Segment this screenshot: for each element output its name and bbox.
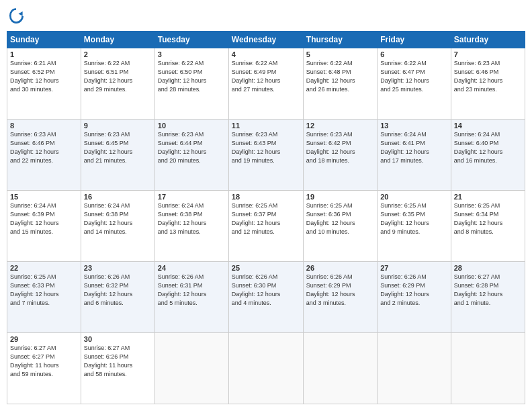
calendar-day-12: 12Sunrise: 6:23 AM Sunset: 6:42 PM Dayli… (303, 120, 377, 191)
day-number: 16 (84, 193, 152, 201)
day-number: 10 (158, 122, 226, 130)
day-info: Sunrise: 6:22 AM Sunset: 6:49 PM Dayligh… (232, 59, 300, 94)
day-info: Sunrise: 6:27 AM Sunset: 6:26 PM Dayligh… (84, 344, 152, 379)
calendar-week-4: 22Sunrise: 6:25 AM Sunset: 6:33 PM Dayli… (7, 262, 525, 333)
day-number: 24 (158, 264, 226, 272)
logo (7, 7, 28, 26)
day-number: 23 (84, 264, 152, 272)
day-number: 5 (306, 50, 374, 58)
day-info: Sunrise: 6:24 AM Sunset: 6:39 PM Dayligh… (10, 201, 78, 236)
calendar-day-23: 23Sunrise: 6:26 AM Sunset: 6:32 PM Dayli… (81, 262, 154, 333)
day-info: Sunrise: 6:25 AM Sunset: 6:33 PM Dayligh… (10, 273, 78, 308)
day-number: 20 (380, 193, 447, 201)
calendar-day-26: 26Sunrise: 6:26 AM Sunset: 6:29 PM Dayli… (303, 262, 377, 333)
calendar-day-2: 2Sunrise: 6:22 AM Sunset: 6:51 PM Daylig… (81, 48, 154, 120)
calendar-body: 1Sunrise: 6:21 AM Sunset: 6:52 PM Daylig… (7, 48, 525, 404)
day-info: Sunrise: 6:26 AM Sunset: 6:29 PM Dayligh… (380, 273, 447, 308)
svg-marker-0 (19, 11, 23, 16)
calendar-day-20: 20Sunrise: 6:25 AM Sunset: 6:35 PM Dayli… (378, 191, 451, 262)
calendar-week-3: 15Sunrise: 6:24 AM Sunset: 6:39 PM Dayli… (7, 191, 525, 262)
page: SundayMondayTuesdayWednesdayThursdayFrid… (0, 0, 532, 411)
col-header-wednesday: Wednesday (228, 32, 303, 48)
calendar-header-row: SundayMondayTuesdayWednesdayThursdayFrid… (7, 32, 525, 48)
day-number: 17 (158, 193, 226, 201)
empty-cell (303, 333, 377, 404)
day-info: Sunrise: 6:25 AM Sunset: 6:36 PM Dayligh… (306, 201, 374, 236)
empty-cell (228, 333, 303, 404)
day-info: Sunrise: 6:23 AM Sunset: 6:42 PM Dayligh… (306, 130, 374, 165)
calendar-week-5: 29Sunrise: 6:27 AM Sunset: 6:27 PM Dayli… (7, 333, 525, 404)
day-info: Sunrise: 6:26 AM Sunset: 6:30 PM Dayligh… (232, 273, 300, 308)
day-info: Sunrise: 6:22 AM Sunset: 6:51 PM Dayligh… (84, 59, 152, 94)
day-info: Sunrise: 6:23 AM Sunset: 6:46 PM Dayligh… (10, 130, 78, 165)
day-info: Sunrise: 6:24 AM Sunset: 6:38 PM Dayligh… (84, 201, 152, 236)
calendar-day-28: 28Sunrise: 6:27 AM Sunset: 6:28 PM Dayli… (451, 262, 525, 333)
day-number: 6 (380, 50, 447, 58)
calendar-day-27: 27Sunrise: 6:26 AM Sunset: 6:29 PM Dayli… (378, 262, 451, 333)
day-info: Sunrise: 6:23 AM Sunset: 6:43 PM Dayligh… (232, 130, 300, 165)
calendar-day-3: 3Sunrise: 6:22 AM Sunset: 6:50 PM Daylig… (154, 48, 228, 120)
calendar-day-17: 17Sunrise: 6:24 AM Sunset: 6:38 PM Dayli… (154, 191, 228, 262)
calendar-day-14: 14Sunrise: 6:24 AM Sunset: 6:40 PM Dayli… (451, 120, 525, 191)
day-info: Sunrise: 6:24 AM Sunset: 6:41 PM Dayligh… (380, 130, 447, 165)
col-header-sunday: Sunday (7, 32, 81, 48)
calendar-day-8: 8Sunrise: 6:23 AM Sunset: 6:46 PM Daylig… (7, 120, 81, 191)
day-number: 30 (84, 335, 152, 343)
calendar-day-1: 1Sunrise: 6:21 AM Sunset: 6:52 PM Daylig… (7, 48, 81, 120)
col-header-friday: Friday (378, 32, 451, 48)
day-info: Sunrise: 6:22 AM Sunset: 6:47 PM Dayligh… (380, 59, 447, 94)
calendar-day-25: 25Sunrise: 6:26 AM Sunset: 6:30 PM Dayli… (228, 262, 303, 333)
calendar-day-5: 5Sunrise: 6:22 AM Sunset: 6:48 PM Daylig… (303, 48, 377, 120)
empty-cell (378, 333, 451, 404)
col-header-thursday: Thursday (303, 32, 377, 48)
day-number: 12 (306, 122, 374, 130)
day-number: 11 (232, 122, 300, 130)
header (7, 7, 525, 26)
calendar-day-13: 13Sunrise: 6:24 AM Sunset: 6:41 PM Dayli… (378, 120, 451, 191)
day-number: 2 (84, 50, 152, 58)
day-info: Sunrise: 6:23 AM Sunset: 6:45 PM Dayligh… (84, 130, 152, 165)
calendar-day-16: 16Sunrise: 6:24 AM Sunset: 6:38 PM Dayli… (81, 191, 154, 262)
col-header-saturday: Saturday (451, 32, 525, 48)
day-number: 4 (232, 50, 300, 58)
day-number: 21 (454, 193, 522, 201)
day-number: 3 (158, 50, 226, 58)
day-number: 28 (454, 264, 522, 272)
day-number: 18 (232, 193, 300, 201)
day-number: 7 (454, 50, 522, 58)
calendar-week-1: 1Sunrise: 6:21 AM Sunset: 6:52 PM Daylig… (7, 48, 525, 120)
calendar-day-24: 24Sunrise: 6:26 AM Sunset: 6:31 PM Dayli… (154, 262, 228, 333)
day-info: Sunrise: 6:23 AM Sunset: 6:46 PM Dayligh… (454, 59, 522, 94)
calendar-day-6: 6Sunrise: 6:22 AM Sunset: 6:47 PM Daylig… (378, 48, 451, 120)
calendar-day-11: 11Sunrise: 6:23 AM Sunset: 6:43 PM Dayli… (228, 120, 303, 191)
calendar-day-4: 4Sunrise: 6:22 AM Sunset: 6:49 PM Daylig… (228, 48, 303, 120)
day-info: Sunrise: 6:22 AM Sunset: 6:50 PM Dayligh… (158, 59, 226, 94)
col-header-monday: Monday (81, 32, 154, 48)
day-number: 9 (84, 122, 152, 130)
logo-icon (7, 7, 26, 26)
day-number: 8 (10, 122, 78, 130)
day-info: Sunrise: 6:26 AM Sunset: 6:32 PM Dayligh… (84, 273, 152, 308)
empty-cell (154, 333, 228, 404)
day-number: 22 (10, 264, 78, 272)
day-info: Sunrise: 6:25 AM Sunset: 6:37 PM Dayligh… (232, 201, 300, 236)
day-number: 1 (10, 50, 78, 58)
calendar-day-22: 22Sunrise: 6:25 AM Sunset: 6:33 PM Dayli… (7, 262, 81, 333)
day-info: Sunrise: 6:24 AM Sunset: 6:38 PM Dayligh… (158, 201, 226, 236)
calendar-day-15: 15Sunrise: 6:24 AM Sunset: 6:39 PM Dayli… (7, 191, 81, 262)
day-info: Sunrise: 6:24 AM Sunset: 6:40 PM Dayligh… (454, 130, 522, 165)
calendar-day-21: 21Sunrise: 6:25 AM Sunset: 6:34 PM Dayli… (451, 191, 525, 262)
day-number: 26 (306, 264, 374, 272)
day-number: 19 (306, 193, 374, 201)
day-info: Sunrise: 6:23 AM Sunset: 6:44 PM Dayligh… (158, 130, 226, 165)
day-number: 25 (232, 264, 300, 272)
calendar-day-29: 29Sunrise: 6:27 AM Sunset: 6:27 PM Dayli… (7, 333, 81, 404)
calendar-day-10: 10Sunrise: 6:23 AM Sunset: 6:44 PM Dayli… (154, 120, 228, 191)
day-number: 13 (380, 122, 447, 130)
day-info: Sunrise: 6:25 AM Sunset: 6:35 PM Dayligh… (380, 201, 447, 236)
calendar-day-18: 18Sunrise: 6:25 AM Sunset: 6:37 PM Dayli… (228, 191, 303, 262)
day-info: Sunrise: 6:22 AM Sunset: 6:48 PM Dayligh… (306, 59, 374, 94)
empty-cell (451, 333, 525, 404)
day-info: Sunrise: 6:26 AM Sunset: 6:29 PM Dayligh… (306, 273, 374, 308)
day-info: Sunrise: 6:27 AM Sunset: 6:27 PM Dayligh… (10, 344, 78, 379)
